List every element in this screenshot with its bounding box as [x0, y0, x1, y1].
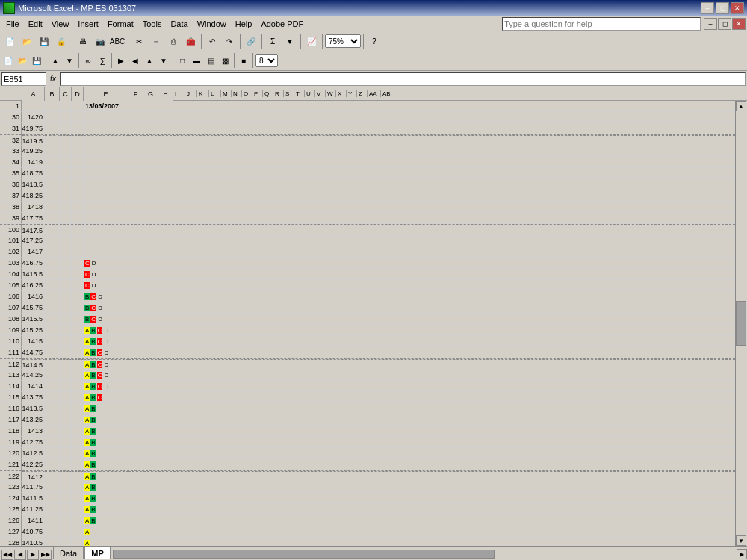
h-scroll-right[interactable]: ▶ — [737, 549, 747, 559]
cell-B103[interactable] — [45, 258, 60, 269]
help-button[interactable]: ? — [366, 33, 382, 49]
scroll-thumb[interactable] — [736, 301, 746, 346]
cell-D105[interactable] — [72, 280, 84, 291]
row-header-101[interactable]: 101 — [0, 235, 22, 246]
menu-format[interactable]: Format — [103, 17, 138, 31]
cell-A118[interactable]: 1413 — [22, 426, 45, 437]
col-A[interactable]: A — [22, 87, 45, 101]
cell-A31[interactable]: 1419.75 — [22, 123, 45, 134]
date-cell[interactable]: 13/03/2007 — [84, 101, 128, 112]
row-header-33[interactable]: 33 — [0, 146, 22, 157]
cell-C126[interactable] — [60, 515, 72, 526]
row-header-125[interactable]: 125 — [0, 504, 22, 515]
cell-E106[interactable]: BCD — [84, 291, 128, 302]
cell-D116[interactable] — [72, 403, 84, 414]
cell-C112[interactable] — [60, 359, 72, 370]
cell-B104[interactable] — [45, 269, 60, 280]
cell-D106[interactable] — [72, 291, 84, 302]
cell-D126[interactable] — [72, 515, 84, 526]
tb2-btn4[interactable]: ▲ — [49, 52, 62, 69]
row-header-124[interactable]: 124 — [0, 493, 22, 504]
help-search[interactable] — [502, 17, 701, 31]
tb2-btn8[interactable]: ▶ — [114, 52, 128, 69]
cell-D33[interactable] — [72, 146, 84, 157]
cell-B121[interactable] — [45, 459, 60, 470]
sheet-nav-next[interactable]: ▶ — [27, 550, 39, 560]
cell-E118[interactable]: AB — [84, 426, 128, 437]
cell-E37[interactable] — [84, 190, 128, 202]
cell-E35[interactable] — [84, 168, 128, 179]
cell-D38[interactable] — [72, 202, 84, 213]
cell-C109[interactable] — [60, 325, 72, 336]
cell-C32[interactable] — [60, 135, 72, 146]
scroll-up-button[interactable]: ▲ — [736, 101, 746, 111]
cell-D103[interactable] — [72, 258, 84, 269]
cell-B119[interactable] — [45, 437, 60, 448]
cell-D101[interactable] — [72, 235, 84, 246]
row-header-38[interactable]: 38 — [0, 202, 22, 213]
tb2-btn10[interactable]: ▲ — [143, 52, 156, 69]
horizontal-scrollbar[interactable]: ▶ — [111, 547, 747, 560]
menu-adobepdf[interactable]: Adobe PDF — [256, 17, 308, 31]
tb2-btn7[interactable]: ∑ — [96, 52, 109, 69]
cell-C104[interactable] — [60, 269, 72, 280]
cell-B39[interactable] — [45, 213, 60, 224]
font-size-select[interactable]: 89101112 — [255, 54, 278, 67]
cell-E119[interactable]: AB — [84, 437, 128, 448]
cell-E128[interactable]: A — [84, 538, 128, 546]
cell-C117[interactable] — [60, 414, 72, 426]
row-header-126[interactable]: 126 — [0, 515, 22, 526]
row-header-104[interactable]: 104 — [0, 269, 22, 280]
cell-B127[interactable] — [45, 526, 60, 538]
cell-C34[interactable] — [60, 157, 72, 168]
cell-A109[interactable]: 1415.25 — [22, 325, 45, 336]
cell-E33[interactable] — [84, 146, 128, 157]
cell-A107[interactable]: 1415.75 — [22, 302, 45, 314]
row-header-120[interactable]: 120 — [0, 448, 22, 459]
cell-E105[interactable]: CD — [84, 280, 128, 291]
col-G[interactable]: G — [143, 87, 158, 101]
row-header-39[interactable]: 39 — [0, 213, 22, 224]
sheet-nav-prev[interactable]: ◀ — [14, 550, 26, 560]
cell-D104[interactable] — [72, 269, 84, 280]
zoom-select[interactable]: 75%100%50% — [325, 34, 361, 48]
cell-D36[interactable] — [72, 179, 84, 190]
cell-D122[interactable] — [72, 471, 84, 482]
cell-D118[interactable] — [72, 426, 84, 437]
cell-B116[interactable] — [45, 403, 60, 414]
cell-E114[interactable]: ABCD — [84, 381, 128, 392]
cut-button[interactable]: ✂ — [131, 33, 147, 49]
cell-B120[interactable] — [45, 448, 60, 459]
cell-E112[interactable]: ABCD — [84, 359, 128, 370]
cell-B38[interactable] — [45, 202, 60, 213]
cell-D117[interactable] — [72, 414, 84, 426]
cell-A113[interactable]: 1414.25 — [22, 370, 45, 381]
cell-A37[interactable]: 1418.25 — [22, 190, 45, 202]
row-header-102[interactable]: 102 — [0, 246, 22, 258]
cell-C121[interactable] — [60, 459, 72, 470]
tb2-btn3[interactable]: 💾 — [30, 52, 43, 69]
cell-C124[interactable] — [60, 493, 72, 504]
cell-D102[interactable] — [72, 246, 84, 258]
cell-E113[interactable]: ABCD — [84, 370, 128, 381]
new-button[interactable]: 📄 — [1, 33, 18, 49]
cell-B124[interactable] — [45, 493, 60, 504]
cell-D108[interactable] — [72, 314, 84, 325]
col-H[interactable]: H — [158, 87, 173, 101]
sheet-tab-mp[interactable]: MP — [84, 547, 111, 559]
row-header-30[interactable]: 30 — [0, 112, 22, 123]
cell-E36[interactable] — [84, 179, 128, 190]
cell-A36[interactable]: 1418.5 — [22, 179, 45, 190]
menu-insert[interactable]: Insert — [73, 17, 103, 31]
tb2-btn12[interactable]: □ — [176, 52, 189, 69]
cell-A39[interactable]: 1417.75 — [22, 213, 45, 224]
cell-C118[interactable] — [60, 426, 72, 437]
row-header-114[interactable]: 114 — [0, 381, 22, 392]
cell-A116[interactable]: 1413.5 — [22, 403, 45, 414]
format-painter-button[interactable]: 🧰 — [182, 33, 199, 49]
cell-E115[interactable]: ABC — [84, 392, 128, 403]
cell-C107[interactable] — [60, 302, 72, 314]
cell-A32[interactable]: 1419.5 — [22, 135, 45, 146]
spell-check-button[interactable]: ABC — [109, 33, 125, 49]
cell-C108[interactable] — [60, 314, 72, 325]
